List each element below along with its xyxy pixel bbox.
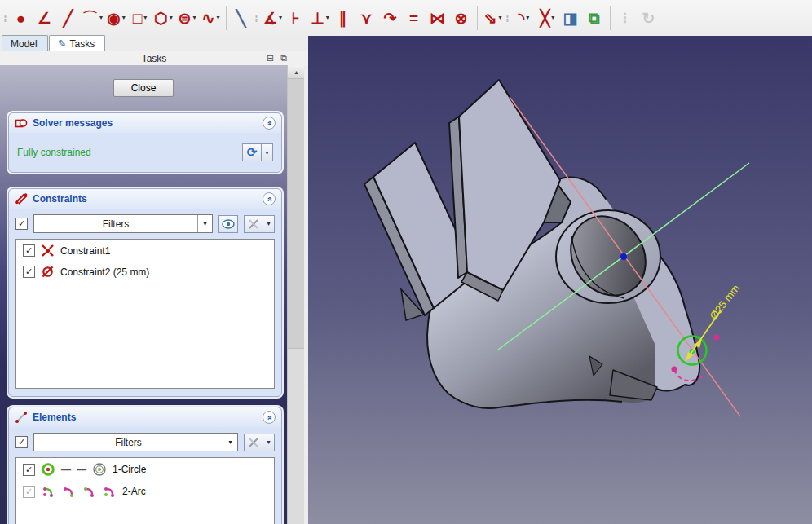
dock-panel-icon[interactable]: ⧉ (280, 53, 287, 64)
scrollbar-thumb[interactable] (288, 79, 305, 349)
create-polygon[interactable]: ⬡▾ (152, 4, 175, 32)
create-arc[interactable]: ⌒▾ (81, 4, 104, 32)
create-point[interactable]: ● (10, 4, 33, 32)
elements-list[interactable]: ✓ — — 1-Circl (15, 457, 275, 524)
constraints-settings-button[interactable] (244, 215, 263, 233)
external-geometry[interactable]: ◨ (559, 4, 583, 32)
diameter-constraint-icon (41, 265, 55, 279)
create-line[interactable]: ╱ (57, 4, 81, 32)
constrain-tangent[interactable]: ↷ (379, 4, 403, 32)
combo-view-panel: Model ✎ Tasks Tasks ⊟ ⧉ Close (0, 36, 308, 524)
create-slot[interactable]: ⊜▾ (175, 4, 199, 32)
constrain-perpendicular[interactable]: ⋎ (355, 4, 379, 32)
refresh-solver-button[interactable]: ⟳ (242, 143, 262, 161)
toolbar-separator-1 (226, 6, 227, 30)
bspline-tools[interactable]: ⁝ (614, 4, 638, 32)
refresh-icon: ⟳ (247, 145, 258, 160)
create-circle[interactable]: ◉▾ (104, 4, 128, 32)
trim-edge[interactable]: ╳▾ (536, 4, 559, 32)
elements-settings-button[interactable] (244, 434, 263, 451)
sketch-point-2[interactable] (672, 367, 677, 372)
element-row-arc[interactable]: ✓ (16, 480, 274, 502)
combo-arrow-icon[interactable]: ▾ (223, 434, 237, 451)
constraints-icon (15, 192, 28, 205)
panel-scrollbar[interactable]: ▲ (287, 65, 305, 524)
create-bspline[interactable]: ∿▾ (199, 4, 223, 32)
dash-icon: — (61, 464, 71, 475)
constraints-filter-combo[interactable]: Filters ▾ (33, 214, 213, 233)
tasks-panel-body: Close Solver messages » Fully constraine… (0, 65, 287, 524)
internal-geometry[interactable]: ↻ (638, 4, 661, 32)
show-hide-constraints-button[interactable] (218, 215, 238, 233)
constraints-list[interactable]: ✓ Constraint1 ✓ (15, 239, 275, 389)
circle-icon (92, 462, 107, 477)
element-arc-checkbox[interactable]: ✓ (23, 486, 35, 498)
refresh-solver-dropdown[interactable]: ▾ (262, 143, 273, 161)
elements-section: Elements » ✓ Filters ▾ (8, 407, 282, 524)
toolbar-separator-2 (477, 6, 478, 30)
toggle-construction-mode[interactable]: ╲ (230, 4, 254, 32)
constrain-symmetric[interactable]: ⋈ (426, 4, 450, 32)
collapse-solver-button[interactable]: » (263, 117, 276, 130)
constrain-parallel[interactable]: ∥ (332, 4, 355, 32)
elements-header[interactable]: Elements » (9, 407, 281, 427)
eye-icon (222, 219, 235, 229)
solver-messages-header[interactable]: Solver messages » (9, 113, 281, 133)
constrain-angle[interactable]: ∡▾ (261, 4, 285, 32)
panel-title: Tasks (142, 53, 167, 64)
constrain-equal[interactable]: = (403, 4, 426, 32)
carbon-copy[interactable]: ⧉ (583, 4, 607, 32)
circle-selected-icon (41, 462, 55, 477)
solver-status: Fully constrained (17, 147, 91, 158)
toolbar-handle-geometry: ⁞ (2, 4, 10, 32)
tools-icon (248, 218, 259, 230)
constrain-distance-y[interactable]: ⊦ (285, 4, 308, 32)
combo-arrow-icon[interactable]: ▾ (197, 215, 212, 232)
tab-model[interactable]: Model (2, 35, 48, 51)
close-button[interactable]: Close (113, 79, 174, 97)
3d-viewport[interactable]: Ø25 mm (308, 36, 812, 524)
toolbar-separator-3 (610, 6, 611, 30)
elements-title: Elements (33, 412, 76, 423)
collapse-constraints-button[interactable]: » (263, 192, 276, 205)
arc-mid-icon (102, 484, 117, 499)
constraint-row-2[interactable]: ✓ Constraint2 (25 mm) (16, 261, 274, 282)
element-row-circle[interactable]: ✓ — — 1-Circl (16, 458, 274, 480)
arc-end-icon (82, 484, 96, 499)
float-panel-icon[interactable]: ⊟ (267, 53, 274, 64)
element-circle-checkbox[interactable]: ✓ (23, 464, 35, 476)
constraint1-checkbox[interactable]: ✓ (23, 244, 35, 257)
dash-icon: — (77, 464, 86, 475)
constrain-horizontal-vertical[interactable]: ⊥▾ (308, 4, 332, 32)
tab-tasks[interactable]: ✎ Tasks (49, 35, 106, 51)
combo-view-tabs: Model ✎ Tasks (0, 36, 308, 51)
solver-title: Solver messages (33, 117, 113, 129)
constraints-section: Constraints » ✓ Filters ▾ (8, 188, 282, 397)
constraints-header[interactable]: Constraints » (9, 189, 281, 209)
elements-filter-checkbox[interactable]: ✓ (15, 436, 28, 448)
constraint-row-1[interactable]: ✓ Constraint1 (16, 240, 274, 261)
constrain-block[interactable]: ⊗ (450, 4, 474, 32)
sketch-origin-point[interactable] (620, 253, 627, 260)
scroll-up-button[interactable]: ▲ (288, 65, 305, 79)
arc-start-icon (61, 484, 76, 499)
sketch-point-1[interactable] (714, 335, 720, 341)
constraints-title: Constraints (33, 193, 87, 205)
create-rectangle[interactable]: □▾ (128, 4, 152, 32)
sketcher-toolbar: ⁞ ● ∠ ╱ ⌒▾ ◉▾ □▾ ⬡▾ ⊜▾ ∿▾ ╲ ⁞ ∡▾ ⊦ (0, 0, 812, 37)
elements-settings-dropdown[interactable]: ▾ (263, 434, 275, 451)
constraints-filter-checkbox[interactable]: ✓ (15, 218, 28, 230)
dimension-tools[interactable]: ⇘▾ (481, 4, 505, 32)
arc-edge-icon (41, 484, 55, 499)
tasks-panel-titlebar: Tasks ⊟ ⧉ (0, 51, 308, 65)
coincident-constraint-icon (41, 244, 55, 258)
constraint2-checkbox[interactable]: ✓ (23, 266, 35, 278)
toolbar-handle-constraints: ⁞ (254, 4, 261, 32)
collapse-elements-button[interactable]: » (263, 411, 276, 424)
solver-icon (15, 117, 28, 130)
create-polyline[interactable]: ∠ (33, 4, 57, 32)
constraints-settings-dropdown[interactable]: ▾ (263, 215, 275, 233)
create-fillet[interactable]: ◝▾ (512, 4, 536, 32)
pencil-icon: ✎ (58, 37, 67, 50)
elements-filter-combo[interactable]: Filters ▾ (33, 433, 238, 451)
